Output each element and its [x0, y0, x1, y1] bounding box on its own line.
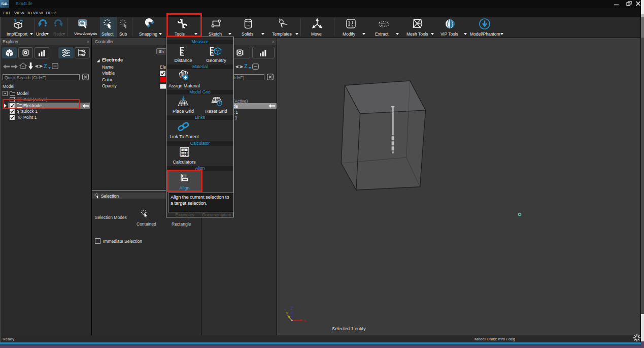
svg-text:√x: √x [183, 149, 185, 151]
svg-text:Z: Z [291, 306, 294, 311]
svg-text:x: x [304, 318, 306, 323]
svg-text:Y: Y [286, 311, 289, 316]
